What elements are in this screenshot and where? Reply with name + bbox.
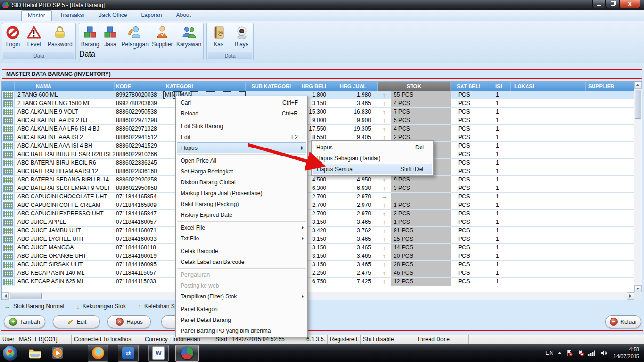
menu-item[interactable]: Set Harga Bertingkat [176,166,307,177]
menu-item[interactable]: Panel Barang PO yang blm diterima [176,325,307,336]
column-header[interactable]: SUPPLIER [586,82,634,91]
column-header[interactable]: STOK [378,82,451,91]
row-grid-icon[interactable] [2,184,15,192]
row-grid-icon[interactable] [2,125,15,133]
close-button[interactable] [619,0,640,8]
menu-item[interactable]: Edit Stok Barang [176,121,307,132]
horizontal-scroll-thumb[interactable] [10,293,42,299]
column-header[interactable]: NAMA [15,82,115,91]
table-row[interactable]: ABC JUICE SIRSAK UHT 0711844160095 3.150… [2,261,634,269]
power-plug-icon[interactable] [577,349,584,356]
barang-button[interactable]: Barang [80,25,100,47]
table-row[interactable]: ABC ALKALINE AA ISI 2 BJ 8886022971298 9… [2,116,634,125]
menu-item[interactable]: Diskon Barang Global [176,177,307,188]
menu-item[interactable]: Markup Harga Jual (Prosentase) [176,188,307,198]
tambah-button[interactable]: Tambah [4,315,45,328]
scroll-up-button[interactable] [634,82,642,89]
table-row[interactable]: ABC JUICE ORANGE UHT 0711844160019 3.150… [2,252,634,261]
menu-tab[interactable]: Laporan [135,10,168,21]
row-grid-icon[interactable] [2,150,15,158]
row-grid-icon[interactable] [2,269,15,277]
menu-item[interactable]: History Expired Date [176,209,307,220]
taskbar-teamviewer-button[interactable] [118,345,139,362]
menu-item[interactable]: Panel Kategori [176,304,307,314]
row-grid-icon[interactable] [2,99,15,107]
network-signal-icon[interactable] [588,350,596,356]
clock[interactable]: 4:58 14/07/2015 [613,346,639,360]
speaker-icon[interactable] [600,350,607,356]
menu-item[interactable]: Txt File [176,233,307,244]
row-grid-icon[interactable] [2,235,15,243]
scroll-right-button[interactable] [627,292,634,300]
menu-item[interactable]: Cetak Label dan Barcode [176,256,307,267]
taskbar-sid-retail-button[interactable] [175,345,199,362]
column-header[interactable]: LOKASI [511,82,586,91]
table-row[interactable]: ABC KECAP ASIN 625 ML 0711844115033 6.75… [2,278,634,286]
menu-item[interactable]: Reload Ctrl+R [176,108,307,119]
minimize-button[interactable] [592,0,606,8]
language-indicator[interactable]: EN [545,350,553,356]
pelanggan-button[interactable]: Pelanggan [120,25,149,50]
menu-item[interactable]: Cetak Barcode [176,246,307,256]
table-row[interactable]: ABC CAPUCINI EXPRESSO UHT 0711844165847 … [2,210,634,218]
menu-item[interactable]: Edit F2 [176,132,307,142]
column-header[interactable]: KODE [115,82,163,91]
password-button[interactable]: Password [47,25,74,47]
menu-item[interactable]: Open Price All [176,155,307,166]
column-header[interactable]: SUB KATEGORI [246,82,295,91]
karyawan-button[interactable]: Karyawan [175,25,202,47]
restore-button[interactable] [606,0,619,8]
submenu-item[interactable]: Hapus Del [312,142,433,153]
keluar-button[interactable]: Keluar [605,315,641,328]
table-row[interactable]: ABC JUICE JAMBU UHT 0711844160071 3.420 … [2,227,634,235]
taskbar-media-player-button[interactable] [47,345,68,362]
row-grid-icon[interactable] [2,252,15,260]
table-row[interactable]: ABC CAPUCINI COFFE CREAM 0711844165809 2… [2,201,634,210]
menu-item[interactable]: Pengaturan [176,269,307,280]
kas-button[interactable]: @ Kas [210,25,227,47]
row-grid-icon[interactable] [2,278,15,286]
table-row[interactable]: ABC KECAP ASIN 140 ML 0711844115057 2.25… [2,269,634,278]
row-grid-icon[interactable] [2,159,15,167]
row-grid-icon[interactable] [2,167,15,175]
menu-item[interactable]: Cari Ctrl+F [176,97,307,108]
column-header[interactable]: HRG JUAL [330,82,378,91]
table-row[interactable]: ABC JUICE MANGGA 0711844160118 3.150 3.4… [2,244,634,252]
start-button[interactable] [2,346,18,361]
row-grid-icon[interactable] [2,91,15,99]
horizontal-scrollbar[interactable] [2,292,634,300]
row-grid-icon[interactable] [2,193,15,201]
column-header[interactable]: KATEGORI [163,82,246,91]
edit-button[interactable]: Edit [53,315,100,328]
menu-tab[interactable]: Master [21,10,52,21]
row-grid-icon[interactable] [2,261,15,269]
action-center-flag-icon[interactable] [566,349,573,356]
jasa-button[interactable]: Jasa [102,25,119,47]
vertical-scroll-thumb[interactable] [635,90,641,119]
table-row[interactable]: ABC JUICE APPLE 0711844160057 3.150 3.46… [2,218,634,227]
scroll-down-button[interactable] [634,285,642,292]
table-row[interactable]: ABC CAPUCINI CHOCOLATE UHT 0711844165854… [2,193,634,201]
table-row[interactable]: ABC BATERAI SEDANG BIRU R-14 88860229202… [2,176,634,184]
menu-item[interactable]: Excel File [176,222,307,233]
row-grid-icon[interactable] [2,108,15,116]
row-grid-icon[interactable] [2,176,15,184]
row-grid-icon[interactable] [2,116,15,124]
row-grid-icon[interactable] [2,244,15,252]
column-header[interactable]: HRG BELI [295,82,330,91]
supplier-button[interactable]: Supplier [151,25,173,47]
menu-item[interactable]: Hapus [177,142,306,153]
menu-tab[interactable]: Back Office [92,10,133,21]
scroll-left-button[interactable] [2,292,9,300]
column-header[interactable]: ISI [494,82,511,91]
column-header[interactable]: SAT BELI [451,82,494,91]
row-grid-icon[interactable] [2,142,15,150]
table-row[interactable]: 2 TANG 600 ML 8992780020038 MINUMAN 1.80… [2,91,634,99]
row-grid-icon[interactable] [2,218,15,226]
menu-item[interactable]: Panel Detail Barang [176,314,307,325]
biaya-button[interactable]: Biaya [233,25,250,47]
level-button[interactable]: Level [25,25,42,47]
table-row[interactable]: ABC JUICE LYCHEE UHT 0711844160033 3.150… [2,235,634,244]
submenu-item[interactable]: Hapus Sebagian (Tandai) [312,153,433,164]
submenu-item[interactable]: Hapus Semua Shift+Del [313,164,432,174]
